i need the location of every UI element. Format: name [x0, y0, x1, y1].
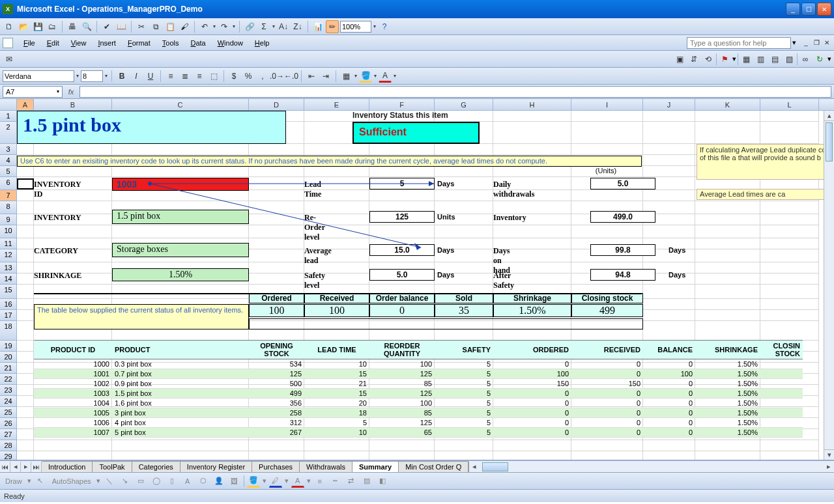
formula-input[interactable] [79, 86, 831, 98]
doc-minimize-button[interactable]: _ [801, 38, 811, 48]
row-header-25[interactable]: 25 [0, 407, 17, 418]
row-header-29[interactable]: 29 [0, 451, 17, 460]
row-header-9[interactable]: 9 [0, 214, 17, 225]
border4-icon[interactable]: ▧ [783, 53, 796, 66]
close-button[interactable]: ✕ [817, 3, 831, 16]
table-row[interactable]: 10041.6 pint box3562010050001.50% [34, 399, 803, 408]
border1-icon[interactable]: ▦ [740, 53, 753, 66]
font-color2-icon[interactable]: A [291, 475, 304, 488]
scroll-thumb[interactable] [826, 122, 833, 161]
print-icon[interactable]: 🖶 [66, 20, 79, 33]
scroll-up-icon[interactable]: ▴ [824, 111, 834, 121]
worksheet-grid[interactable]: A B C D E F G H I J K L 1234567891011121… [0, 99, 834, 460]
wordart-icon[interactable]: A [181, 475, 194, 488]
row-header-27[interactable]: 27 [0, 429, 17, 440]
print-preview-icon[interactable]: 🔍 [80, 20, 93, 33]
tab-nav-next[interactable]: ▸ [21, 462, 31, 472]
decrease-decimal-icon[interactable]: ←.0 [285, 70, 298, 83]
sheet-tab-min-cost-order-q[interactable]: Min Cost Order Q [399, 461, 468, 472]
drawing-toggle-icon[interactable]: ✏ [326, 20, 339, 33]
row-header-28[interactable]: 28 [0, 440, 17, 451]
dash-style-icon[interactable]: ┅ [329, 475, 342, 488]
sort-asc-icon[interactable]: A↓ [277, 20, 290, 33]
minimize-button[interactable]: _ [786, 3, 800, 16]
percent-icon[interactable]: % [242, 70, 255, 83]
sheet-tab-purchases[interactable]: Purchases [252, 461, 300, 472]
col-header-I[interactable]: I [571, 99, 643, 110]
flag-icon[interactable]: ⚑ [718, 53, 731, 66]
menu-format[interactable]: Format [122, 38, 156, 48]
table-row[interactable]: 10031.5 pint box4991512550001.50% [34, 389, 803, 399]
table-row[interactable]: 10053 pint box258188550001.50% [34, 408, 803, 418]
italic-icon[interactable]: I [130, 70, 143, 83]
col-header-A[interactable]: A [17, 99, 34, 110]
col-header-B[interactable]: B [34, 99, 112, 110]
permission-icon[interactable]: 🗂 [46, 20, 59, 33]
row-header-8[interactable]: 8 [0, 201, 17, 214]
align-right-icon[interactable]: ≡ [193, 70, 206, 83]
col-header-K[interactable]: K [695, 99, 760, 110]
row-header-4[interactable]: 4 [0, 155, 17, 166]
sort-desc-icon[interactable]: Z↓ [291, 20, 304, 33]
sheet-tab-introduction[interactable]: Introduction [42, 461, 93, 472]
fill-color2-icon[interactable]: 🪣 [247, 475, 260, 488]
arrow-icon[interactable]: ↘ [119, 475, 132, 488]
align-center-icon[interactable]: ≣ [179, 70, 192, 83]
row-header-10[interactable]: 10 [0, 225, 17, 238]
row-header-3[interactable]: 3 [0, 144, 17, 155]
col-header-L[interactable]: L [760, 99, 819, 110]
picture-icon[interactable]: 🖼 [228, 475, 241, 488]
row-header-15[interactable]: 15 [0, 285, 17, 299]
table-row[interactable]: 10010.7 pint box12515125510001001.50% [34, 369, 803, 379]
row-header-20[interactable]: 20 [0, 352, 17, 363]
horizontal-scrollbar[interactable]: ◂ ▸ [468, 462, 834, 472]
cut-icon[interactable]: ✂ [135, 20, 148, 33]
name-box[interactable]: A7▾ [3, 86, 63, 98]
sheet-tab-summary[interactable]: Summary [352, 461, 399, 472]
menu-view[interactable]: View [66, 38, 92, 48]
col-header-C[interactable]: C [112, 99, 249, 110]
row-header-16[interactable]: 16 [0, 299, 17, 310]
doc-close-button[interactable]: ✕ [822, 38, 831, 48]
inventory-id-value[interactable]: 1003 [112, 178, 249, 191]
row-header-19[interactable]: 19 [0, 341, 17, 352]
sheet-tab-toolpak[interactable]: ToolPak [93, 461, 132, 472]
shadow-icon[interactable]: ▨ [360, 475, 373, 488]
table-row[interactable]: 10000.3 pint box5341010050001.50% [34, 359, 803, 369]
col-header-H[interactable]: H [493, 99, 571, 110]
help-icon[interactable]: ? [378, 20, 391, 33]
autosum-icon[interactable]: Σ [257, 20, 270, 33]
row-header-12[interactable]: 12 [0, 249, 17, 262]
new-icon[interactable]: 🗋 [3, 20, 16, 33]
clipart-icon[interactable]: 👤 [212, 475, 225, 488]
link-icon[interactable]: ∞ [799, 53, 812, 66]
envelope-icon[interactable]: ✉ [3, 53, 16, 66]
research-icon[interactable]: 📖 [115, 20, 128, 33]
row-header-14[interactable]: 14 [0, 273, 17, 285]
tab-nav-first[interactable]: ⏮ [0, 462, 10, 472]
font-size-select[interactable] [81, 70, 103, 82]
reset-window-icon[interactable]: ⟲ [702, 53, 715, 66]
doc-restore-button[interactable]: ❐ [812, 38, 821, 48]
table-row[interactable]: 10064 pint box312512550001.50% [34, 418, 803, 428]
col-header-G[interactable]: G [435, 99, 493, 110]
save-icon[interactable]: 💾 [31, 20, 44, 33]
oval-icon[interactable]: ◯ [150, 475, 163, 488]
paste-icon[interactable]: 📋 [164, 20, 177, 33]
sheet-tab-inventory-register[interactable]: Inventory Register [180, 461, 252, 472]
copy-icon[interactable]: ⧉ [149, 20, 162, 33]
row-header-17[interactable]: 17 [0, 310, 17, 321]
border3-icon[interactable]: ▤ [768, 53, 781, 66]
row-header-7[interactable]: 7 [0, 190, 17, 201]
increase-decimal-icon[interactable]: .0→ [270, 70, 283, 83]
arrow-style-icon[interactable]: ⇄ [345, 475, 358, 488]
font-color-icon[interactable]: A [379, 70, 392, 83]
currency-icon[interactable]: $ [227, 70, 240, 83]
decrease-indent-icon[interactable]: ⇤ [305, 70, 318, 83]
borders-icon[interactable]: ▦ [339, 70, 352, 83]
row-header-26[interactable]: 26 [0, 418, 17, 429]
maximize-button[interactable]: ☐ [801, 3, 816, 16]
fill-color-icon[interactable]: 🪣 [359, 70, 372, 83]
format-painter-icon[interactable]: 🖌 [178, 20, 191, 33]
menu-insert[interactable]: Insert [93, 38, 121, 48]
